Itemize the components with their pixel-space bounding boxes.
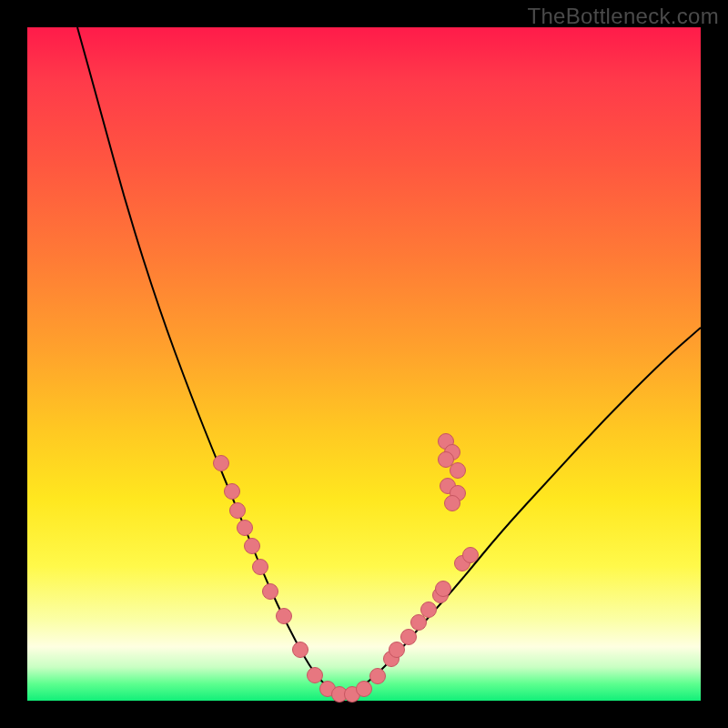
data-dot	[225, 484, 240, 500]
data-dot	[277, 609, 292, 624]
data-dot	[463, 548, 479, 563]
data-dot	[238, 521, 253, 536]
watermark-text: TheBottleneck.com	[527, 4, 719, 29]
data-dot	[370, 669, 386, 684]
data-dot	[411, 615, 427, 631]
data-dot	[421, 602, 437, 618]
data-dots	[214, 434, 479, 703]
data-dot	[401, 630, 417, 645]
data-dot	[293, 642, 308, 658]
curve-layer	[27, 27, 701, 701]
data-dot	[436, 581, 451, 597]
curve-right-branch	[341, 328, 701, 696]
curve-left-branch	[77, 27, 341, 696]
data-dot	[263, 584, 278, 600]
data-dot	[253, 560, 268, 575]
data-dot	[389, 642, 405, 658]
data-dot	[245, 539, 260, 554]
data-dot	[450, 463, 466, 479]
data-dot	[230, 503, 246, 519]
data-dot	[357, 682, 372, 697]
data-dot	[439, 452, 454, 468]
data-dot	[445, 496, 460, 511]
data-dot	[214, 456, 229, 471]
chart-frame: TheBottleneck.com	[0, 0, 728, 728]
data-dot	[308, 668, 323, 683]
